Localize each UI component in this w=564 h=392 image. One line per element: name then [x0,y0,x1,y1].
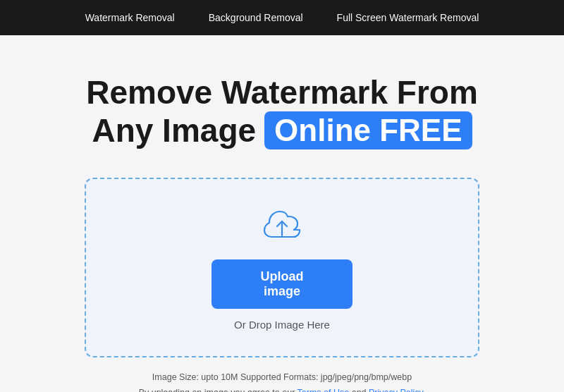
footer-info-line2: By uploading an image you agree to our T… [139,386,426,392]
hero-line2: Any Image Online FREE [86,111,478,150]
upload-button[interactable]: Upload image [212,259,352,309]
footer-info-mid: and [349,388,369,392]
upload-icon [262,207,302,245]
main-content: Remove Watermark From Any Image Online F… [0,35,564,392]
footer-info-post: . [423,388,425,392]
nav-background-removal[interactable]: Background Removal [209,12,303,23]
privacy-link[interactable]: Privacy Policy [369,388,423,392]
site-header: Watermark Removal Background Removal Ful… [0,0,564,35]
nav-fullscreen-watermark[interactable]: Full Screen Watermark Removal [337,12,479,23]
hero-title: Remove Watermark From Any Image Online F… [86,74,478,149]
drop-text: Or Drop Image Here [234,319,330,331]
terms-link[interactable]: Terms of Use [298,388,350,392]
footer-info: Image Size: upto 10M Supported Formats: … [139,370,426,392]
nav-watermark-removal[interactable]: Watermark Removal [85,12,175,23]
hero-line1: Remove Watermark From [86,74,478,111]
hero-badge: Online FREE [264,111,472,150]
hero-line2-pre: Any Image [92,112,256,149]
footer-info-pre: By uploading an image you agree to our [139,388,298,392]
upload-dropzone[interactable]: Upload image Or Drop Image Here [85,178,479,357]
footer-info-line1: Image Size: upto 10M Supported Formats: … [139,370,426,385]
